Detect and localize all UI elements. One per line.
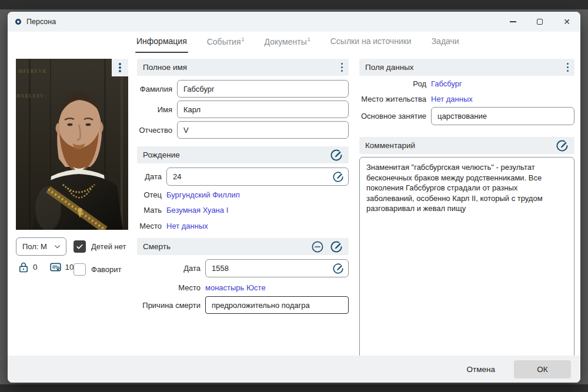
- death-place-label: Место: [137, 283, 205, 292]
- tab-documents[interactable]: Документы1: [263, 35, 312, 54]
- birth-section-title: Рождение: [143, 150, 180, 159]
- person-portrait[interactable]: MPEREVR HARLESV·: [16, 59, 128, 230]
- comment-section-title: Комментарий: [365, 141, 415, 150]
- data-fields-menu-icon[interactable]: [567, 63, 569, 72]
- chevron-down-icon: [53, 242, 62, 251]
- remove-death-icon[interactable]: [311, 240, 324, 253]
- tab-events-badge: 1: [242, 36, 245, 42]
- death-place-link[interactable]: монастырь Юсте: [205, 283, 266, 292]
- death-date-row: Дата: [137, 259, 349, 277]
- tab-bar: Информация События1 Документы1 Ссылки на…: [135, 35, 460, 54]
- close-button[interactable]: ✕: [553, 12, 580, 32]
- documents-icon[interactable]: [49, 261, 62, 273]
- favorite-checkbox[interactable]: [74, 263, 86, 276]
- full-name-section-title: Полное имя: [143, 63, 187, 72]
- tab-events[interactable]: События1: [206, 35, 246, 54]
- no-children-checkbox-row[interactable]: Детей нет: [74, 240, 126, 253]
- main-form-column: Полное имя Фамилия Имя Отчество Рождение…: [137, 59, 349, 361]
- desktop-background-top: [0, 0, 588, 9]
- cancel-button[interactable]: Отмена: [467, 365, 495, 374]
- birth-date-label: Дата: [137, 172, 166, 181]
- patronymic-label: Отчество: [137, 126, 177, 135]
- death-section-title: Смерть: [143, 242, 171, 251]
- edit-birth-date-icon[interactable]: [332, 171, 344, 183]
- kebab-icon: [119, 63, 121, 72]
- birth-place-row: Место Нет данных: [137, 220, 349, 231]
- father-row: Отец Бургундский Филлип: [137, 189, 349, 200]
- edit-birth-icon[interactable]: [330, 149, 343, 162]
- occupation-input[interactable]: [431, 107, 574, 125]
- death-date-label: Дата: [137, 264, 205, 273]
- maximize-icon: [537, 19, 543, 25]
- data-fields-section-header: Поля данных: [359, 59, 574, 76]
- edit-comment-icon[interactable]: [556, 139, 569, 152]
- minimize-button[interactable]: [499, 12, 526, 32]
- mother-row: Мать Безумная Хуана I: [137, 205, 349, 215]
- surname-row: Фамилия: [137, 80, 349, 98]
- firstname-row: Имя: [137, 100, 349, 118]
- window-title: Персона: [26, 18, 56, 26]
- edit-death-date-icon[interactable]: [332, 263, 344, 274]
- no-children-label: Детей нет: [91, 242, 126, 251]
- minimize-icon: [510, 21, 516, 22]
- occupation-label: Основное занятие: [359, 112, 431, 120]
- death-cause-input[interactable]: [205, 296, 349, 314]
- tab-documents-badge: 1: [308, 36, 310, 42]
- birth-date-input[interactable]: [166, 167, 349, 186]
- close-icon: ✕: [563, 18, 570, 26]
- death-place-row: Место монастырь Юсте: [137, 282, 349, 293]
- person-dialog: Персона ✕ Информация События1 Документы1…: [8, 12, 580, 383]
- patronymic-row: Отчество: [137, 121, 349, 139]
- residence-link[interactable]: Нет данных: [431, 95, 473, 103]
- lock-icon[interactable]: [18, 262, 29, 273]
- death-date-input[interactable]: [205, 259, 349, 277]
- portrait-image: MPEREVR HARLESV·: [16, 59, 128, 230]
- edit-death-icon[interactable]: [330, 240, 343, 253]
- no-children-checkbox[interactable]: [74, 240, 86, 253]
- desktop-background-bottom: [0, 384, 588, 392]
- clan-link[interactable]: Габсбург: [431, 79, 462, 88]
- comment-textarea[interactable]: Знаменитая "габсбургская челюсть" - резу…: [359, 157, 574, 360]
- clan-row: Род Габсбург: [359, 78, 574, 89]
- clan-label: Род: [359, 79, 431, 88]
- tab-information[interactable]: Информация: [135, 35, 188, 54]
- svg-text:MPEREVR: MPEREVR: [18, 69, 46, 74]
- comment-section-header: Комментарий: [359, 137, 574, 154]
- firstname-input[interactable]: [177, 100, 349, 118]
- birth-place-label: Место: [137, 222, 166, 230]
- svg-text:HARLESV·: HARLESV·: [16, 93, 47, 99]
- occupation-row: Основное занятие: [359, 107, 574, 125]
- favorite-checkbox-row[interactable]: Фаворит: [74, 263, 122, 276]
- mother-link[interactable]: Безумная Хуана I: [166, 206, 228, 215]
- death-cause-row: Причина смерти: [137, 296, 349, 314]
- birth-place-link[interactable]: Нет данных: [166, 222, 208, 230]
- titlebar: Персона ✕: [8, 12, 580, 32]
- residence-row: Место жительства Нет данных: [359, 93, 574, 104]
- death-cause-label: Причина смерти: [137, 301, 205, 310]
- father-label: Отец: [137, 190, 166, 199]
- portrait-menu-button[interactable]: [112, 59, 128, 76]
- data-fields-section-title: Поля данных: [365, 63, 414, 72]
- firstname-label: Имя: [137, 105, 177, 114]
- tab-tasks[interactable]: Задачи: [430, 35, 460, 54]
- tab-source-links[interactable]: Ссылки на источники: [329, 35, 413, 54]
- full-name-section-header: Полное имя: [137, 59, 349, 76]
- surname-input[interactable]: [177, 80, 349, 98]
- data-fields-column: Поля данных Род Габсбург Место жительств…: [359, 59, 574, 361]
- check-icon: [75, 242, 84, 251]
- patronymic-input[interactable]: [177, 121, 349, 139]
- app-icon: [15, 19, 21, 25]
- full-name-menu-icon[interactable]: [341, 63, 343, 72]
- maximize-button[interactable]: [526, 12, 553, 32]
- mother-label: Мать: [137, 206, 166, 215]
- father-link[interactable]: Бургундский Филлип: [166, 190, 240, 199]
- counters: 0 10: [18, 261, 74, 273]
- birth-section-header: Рождение: [137, 146, 349, 163]
- death-section-header: Смерть: [137, 238, 349, 255]
- lock-count: 0: [33, 263, 38, 272]
- ok-button[interactable]: ОК: [514, 360, 571, 378]
- dialog-footer: Отмена ОК: [8, 356, 580, 383]
- residence-label: Место жительства: [359, 95, 431, 103]
- favorite-label: Фаворит: [91, 265, 122, 274]
- gender-select[interactable]: Пол: М: [16, 237, 66, 256]
